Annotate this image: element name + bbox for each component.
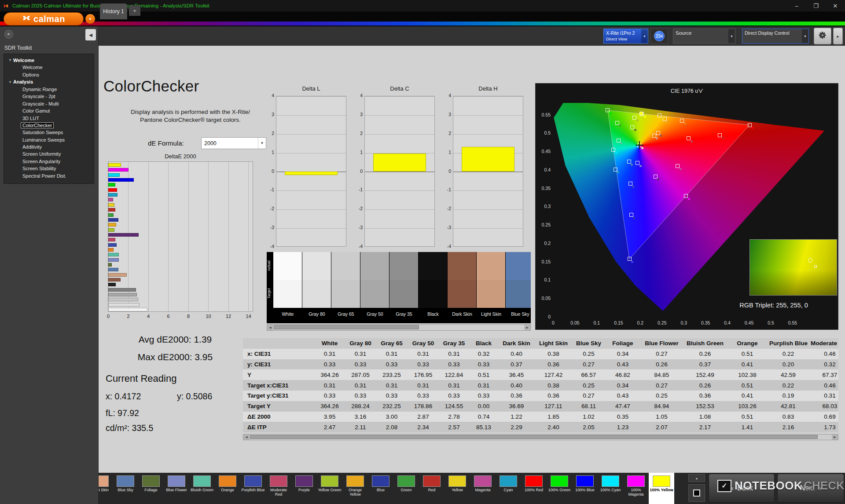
source-dropdown[interactable]: Source ▼ bbox=[673, 29, 735, 44]
toolbar-patch-orange[interactable]: Orange bbox=[215, 473, 240, 504]
logo-menu-button[interactable]: ▼ bbox=[85, 14, 95, 24]
toolbar-patch-yellow-green[interactable]: Yellow Green bbox=[317, 473, 342, 504]
sidebar-item-grayscale-multi[interactable]: Grayscale - Multi bbox=[4, 100, 94, 107]
toolbar-patch-light-skin[interactable]: Light Skin bbox=[99, 473, 113, 504]
toolbar-patch-100-magenta[interactable]: 100% Magenta bbox=[623, 473, 649, 504]
toolbar-patch-100-yellow[interactable]: 100% Yellow bbox=[649, 473, 674, 504]
cie-chart-title: CIE 1976 u'v' bbox=[536, 88, 838, 94]
table-scroll-thumb[interactable] bbox=[250, 435, 818, 439]
chevron-left-icon: ◀ bbox=[89, 33, 92, 37]
toolbar-patch-orange-yellow[interactable]: Orange Yellow bbox=[342, 473, 368, 504]
strip-scrollbar[interactable]: ◀ ▶ bbox=[267, 324, 531, 331]
panel-toggle-button[interactable]: ▸ bbox=[833, 28, 843, 44]
sidebar-collapse-button[interactable]: ◀ bbox=[85, 29, 96, 40]
toolbar-patch-100-red[interactable]: 100% Red bbox=[521, 473, 547, 504]
sidebar-item-dynamic-range[interactable]: Dynamic Range bbox=[4, 86, 94, 93]
expand-toolbar-button[interactable]: ▲ bbox=[688, 474, 705, 482]
display-control-dropdown[interactable]: Direct Display Control ▼ bbox=[742, 29, 809, 44]
chevron-down-icon: ▼ bbox=[728, 29, 735, 43]
sidebar-group-welcome[interactable]: ▾Welcome bbox=[4, 56, 94, 64]
toolbar-patch-cyan[interactable]: Cyan bbox=[496, 473, 521, 504]
column-header: Gray 80 bbox=[345, 338, 376, 349]
minimize-button[interactable]: – bbox=[787, 0, 806, 11]
app-icon bbox=[3, 3, 9, 9]
sidebar: ◀ SDR Toolkit ▾WelcomeWelcomeOptions▾Ana… bbox=[0, 26, 99, 504]
meter-dropdown[interactable]: X-Rite i1Pro 2 Direct View ▼ bbox=[603, 29, 648, 44]
chevron-down-icon: ▼ bbox=[258, 138, 266, 149]
meter-count-badge[interactable]: 234 bbox=[654, 31, 665, 41]
sidebar-item-spectral-power-dist[interactable]: Spectral Power Dist. bbox=[4, 172, 94, 179]
toolbar-patch-magenta[interactable]: Magenta bbox=[470, 473, 496, 504]
cie-measured-dot bbox=[610, 112, 612, 114]
sidebar-menu-button[interactable] bbox=[4, 30, 13, 39]
toolbar-patch-blue-flower[interactable]: Blue Flower bbox=[164, 473, 189, 504]
cie-measured-dot bbox=[688, 198, 690, 200]
toolbar-patch-blue-sky[interactable]: Blue Sky bbox=[113, 473, 138, 504]
table-row: x: CIE310.310.310.310.310.310.320.400.38… bbox=[243, 349, 838, 359]
cie-target-marker bbox=[652, 134, 656, 138]
close-button[interactable]: ✕ bbox=[826, 0, 845, 11]
toolbar-patch-blue[interactable]: Blue bbox=[368, 473, 393, 504]
sidebar-item-welcome[interactable]: Welcome bbox=[4, 64, 94, 71]
de-formula-dropdown[interactable]: 2000 ▼ bbox=[201, 137, 266, 149]
settings-button[interactable] bbox=[814, 28, 831, 44]
display-window-button[interactable] bbox=[688, 484, 705, 502]
add-tab-button[interactable]: + bbox=[129, 5, 140, 16]
chevron-down-icon: ▼ bbox=[641, 29, 648, 43]
strip-scroll-thumb[interactable] bbox=[274, 325, 419, 329]
sidebar-item-color-gamut[interactable]: Color Gamut bbox=[4, 107, 94, 114]
swatch-gray-50 bbox=[360, 252, 389, 308]
toolbar-patch-bluish-green[interactable]: Bluish Green bbox=[189, 473, 215, 504]
sidebar-item-colorchecker[interactable]: ColorChecker bbox=[4, 122, 94, 129]
row-label: ΔE ITP bbox=[243, 422, 314, 432]
toolbar-patch-red[interactable]: Red bbox=[419, 473, 445, 504]
scroll-right-icon[interactable]: ▶ bbox=[524, 325, 530, 330]
toolbar-patch-moderate-red[interactable]: Moderate Red bbox=[266, 473, 291, 504]
patch-swatch bbox=[423, 475, 441, 487]
patch-swatch bbox=[525, 475, 543, 487]
gear-icon bbox=[818, 31, 827, 41]
toolbar-patch-100-cyan[interactable]: 100% Cyan bbox=[598, 473, 623, 504]
deltae-bar bbox=[108, 278, 121, 281]
sidebar-item-screen-angularity[interactable]: Screen Angularity bbox=[4, 158, 94, 165]
delta-l-bar bbox=[285, 172, 338, 175]
sidebar-item-luminance-sweeps[interactable]: Luminance Sweeps bbox=[4, 136, 94, 143]
sidebar-item-additivity[interactable]: Additivity bbox=[4, 143, 94, 150]
sidebar-group-analysis[interactable]: ▾Analysis bbox=[4, 78, 94, 86]
toolbar-patch-green[interactable]: Green bbox=[393, 473, 419, 504]
sidebar-item-screen-uniformity[interactable]: Screen Uniformity bbox=[4, 150, 94, 157]
calman-logo[interactable]: calman bbox=[4, 12, 84, 26]
sidebar-item-screen-stability[interactable]: Screen Stability bbox=[4, 165, 94, 172]
toolbar-patch-foliage[interactable]: Foliage bbox=[138, 473, 164, 504]
patch-swatch bbox=[627, 475, 645, 487]
maximize-button[interactable]: ❐ bbox=[806, 0, 826, 11]
toolbar-patch-purplish-blue[interactable]: Purplish Blue bbox=[240, 473, 266, 504]
toolbar-patch-yellow[interactable]: Yellow bbox=[445, 473, 470, 504]
swatch-patches bbox=[273, 252, 531, 308]
sidebar-item-saturation-sweeps[interactable]: Saturation Sweeps bbox=[4, 129, 94, 136]
cie-target-marker bbox=[748, 123, 752, 127]
sidebar-item-options[interactable]: Options bbox=[4, 71, 94, 78]
toolbar-patch-100-blue[interactable]: 100% Blue bbox=[572, 473, 598, 504]
scroll-left-icon[interactable]: ◀ bbox=[267, 325, 273, 330]
table-row: Target x:CIE310.310.310.310.310.310.310.… bbox=[243, 380, 838, 391]
patch-swatch bbox=[168, 475, 185, 487]
cie-target-marker bbox=[627, 160, 631, 164]
tab-history-1[interactable]: History 1 bbox=[100, 4, 127, 19]
column-header: Dark Skin bbox=[498, 338, 535, 349]
reading-cdm2: cd/m²: 335.5 bbox=[106, 423, 153, 433]
tree-expand-icon: ▾ bbox=[9, 80, 11, 84]
toolbar-patch-purple[interactable]: Purple bbox=[291, 473, 317, 504]
cie-target-marker bbox=[629, 213, 633, 217]
cie-target-marker bbox=[606, 108, 610, 112]
deltae-bar bbox=[108, 198, 113, 201]
cie-target-marker bbox=[614, 168, 617, 172]
swatch-black bbox=[419, 252, 448, 308]
scroll-left-icon[interactable]: ◀ bbox=[243, 435, 250, 440]
de-formula-value: 2000 bbox=[202, 138, 258, 149]
table-scrollbar[interactable]: ◀ ▶ bbox=[243, 434, 838, 440]
scroll-right-icon[interactable]: ▶ bbox=[832, 435, 838, 440]
sidebar-item-3d-lut[interactable]: 3D LUT bbox=[4, 114, 94, 121]
sidebar-item-grayscale-2pt[interactable]: Grayscale - 2pt bbox=[4, 93, 94, 100]
toolbar-patch-100-green[interactable]: 100% Green bbox=[547, 473, 572, 504]
